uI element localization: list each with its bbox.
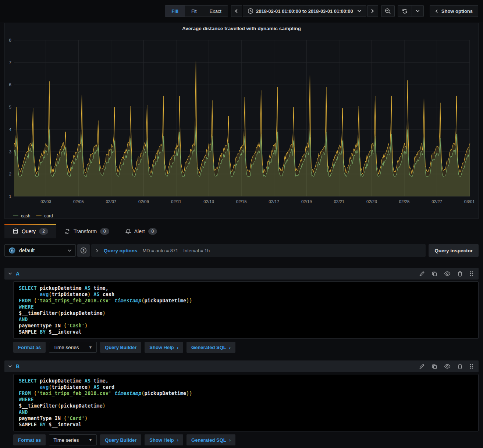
x-axis-label: 03/01 <box>464 199 475 204</box>
query-b-header[interactable]: B <box>4 360 479 372</box>
query-ref-id[interactable]: B <box>16 363 19 369</box>
chevron-right-icon: › <box>177 345 178 350</box>
duplicate-query-button[interactable] <box>431 363 437 369</box>
query-ref-id[interactable]: A <box>16 271 19 277</box>
duplicate-query-button[interactable] <box>431 271 437 277</box>
legend-label-card: card <box>44 213 53 218</box>
zoom-out-button[interactable] <box>381 5 395 17</box>
show-help-button[interactable]: Show Help› <box>145 434 183 445</box>
format-select[interactable]: Time series ▼ <box>49 434 97 445</box>
chevron-right-icon <box>96 249 99 253</box>
time-shift-forward-button[interactable] <box>367 5 378 17</box>
y-axis-label: 1 <box>9 194 11 199</box>
tab-transform-count: 0 <box>100 228 109 235</box>
eye-icon <box>444 364 451 369</box>
copy-icon <box>431 271 437 277</box>
query-options-toggle[interactable]: Query options <box>104 248 138 253</box>
edit-query-button[interactable] <box>419 363 425 369</box>
grip-icon <box>469 363 473 369</box>
datasource-help-button[interactable]: ? <box>77 244 90 257</box>
generated-sql-button[interactable]: Generated SQL› <box>187 434 235 445</box>
chevron-right-icon: › <box>229 437 231 443</box>
drag-handle[interactable] <box>469 271 473 277</box>
disable-query-button[interactable] <box>444 364 451 369</box>
x-axis-label: 02/09 <box>138 199 149 204</box>
chevron-left-icon <box>235 9 238 13</box>
sql-editor-a[interactable]: SELECT pickupDatetime AS time, avg(tripD… <box>13 281 479 339</box>
format-as-label[interactable]: Format as <box>13 434 46 445</box>
tab-query-label: Query <box>22 228 36 234</box>
query-row-b: B SELECT pickupDatetime AS time, avg(tri… <box>4 360 479 446</box>
format-as-label[interactable]: Format as <box>13 342 46 353</box>
query-a-header[interactable]: A <box>4 268 479 280</box>
show-options-button[interactable]: Show options <box>430 5 478 17</box>
chevron-down-icon <box>8 365 12 368</box>
caret-down-icon: ▼ <box>88 345 92 349</box>
query-inspector-button[interactable]: Query inspector <box>429 244 479 257</box>
disable-query-button[interactable] <box>444 271 451 276</box>
copy-icon <box>431 363 437 369</box>
delete-query-button[interactable] <box>457 363 463 369</box>
x-axis-label: 02/03 <box>40 199 51 204</box>
format-select-value: Time series <box>53 437 79 443</box>
x-axis-label: 02/15 <box>236 199 247 204</box>
datasource-picker[interactable]: default <box>4 244 76 257</box>
legend-item-card[interactable]: card <box>36 213 53 218</box>
trash-icon <box>457 363 463 369</box>
chevron-right-icon: › <box>177 437 178 443</box>
y-axis-label: 4 <box>9 127 12 132</box>
refresh-button-group <box>398 5 424 17</box>
x-axis-label: 02/19 <box>301 199 312 204</box>
y-axis-label: 2 <box>9 172 11 176</box>
x-axis-label: 02/07 <box>106 199 116 204</box>
chevron-right-icon: › <box>229 345 231 350</box>
chevron-down-icon <box>416 10 420 13</box>
refresh-icon <box>402 8 408 14</box>
panel-title: Average distance travelled with dynamic … <box>5 23 478 33</box>
query-builder-button[interactable]: Query Builder <box>100 342 141 353</box>
chevron-down-icon <box>8 272 12 275</box>
timeseries-chart[interactable]: 1234567802/0302/0502/0702/0902/1102/1302… <box>5 33 478 210</box>
refresh-button[interactable] <box>398 6 412 17</box>
x-axis-label: 02/11 <box>171 199 181 204</box>
tab-alert-count: 0 <box>148 228 157 235</box>
refresh-interval-dropdown[interactable] <box>412 6 423 17</box>
x-axis-label: 02/27 <box>431 199 442 204</box>
x-axis-label: 02/21 <box>334 199 344 204</box>
show-options-label: Show options <box>441 8 473 14</box>
display-mode-fit[interactable]: Fit <box>185 6 203 17</box>
tab-transform[interactable]: Transform 0 <box>56 224 117 238</box>
time-shift-back-button[interactable] <box>231 5 242 17</box>
cash-series-color-icon <box>13 216 18 217</box>
legend-item-cash[interactable]: cash <box>13 213 30 218</box>
question-circle-icon: ? <box>80 247 87 254</box>
edit-query-button[interactable] <box>419 271 425 277</box>
display-mode-exact[interactable]: Exact <box>203 6 228 17</box>
tab-alert[interactable]: Alert 0 <box>117 224 165 238</box>
tab-query[interactable]: Query 2 <box>4 224 56 238</box>
x-axis-label: 02/23 <box>366 199 377 204</box>
editor-tabs: Query 2 Transform 0 Alert 0 <box>0 224 483 238</box>
tab-transform-label: Transform <box>74 228 97 234</box>
time-range-picker[interactable]: 2018-02-01 01:00:00 to 2018-03-01 01:00:… <box>243 5 366 17</box>
tab-alert-label: Alert <box>134 228 145 234</box>
datasource-logo-icon <box>8 247 16 254</box>
generated-sql-button[interactable]: Generated SQL› <box>187 342 235 353</box>
y-axis-label: 7 <box>9 60 11 65</box>
query-builder-button[interactable]: Query Builder <box>100 434 141 445</box>
drag-handle[interactable] <box>469 363 473 369</box>
format-select[interactable]: Time series ▼ <box>49 342 97 353</box>
show-help-button[interactable]: Show Help› <box>145 342 183 353</box>
chevron-down-icon <box>67 249 72 252</box>
delete-query-button[interactable] <box>457 271 463 277</box>
chevron-left-icon <box>435 9 438 13</box>
display-mode-fill[interactable]: Fill <box>165 6 185 17</box>
sql-editor-b[interactable]: SELECT pickupDatetime AS time, avg(tripD… <box>13 374 479 431</box>
tab-query-count: 2 <box>39 228 48 235</box>
card-series-color-icon <box>36 216 42 217</box>
query-options-bar: Query options MD = auto = 871 Interval =… <box>91 244 426 257</box>
y-axis-label: 6 <box>9 82 11 87</box>
grip-icon <box>469 271 473 277</box>
x-axis-label: 02/13 <box>203 199 214 204</box>
time-range-text: 2018-02-01 01:00:00 to 2018-03-01 01:00:… <box>256 8 353 14</box>
